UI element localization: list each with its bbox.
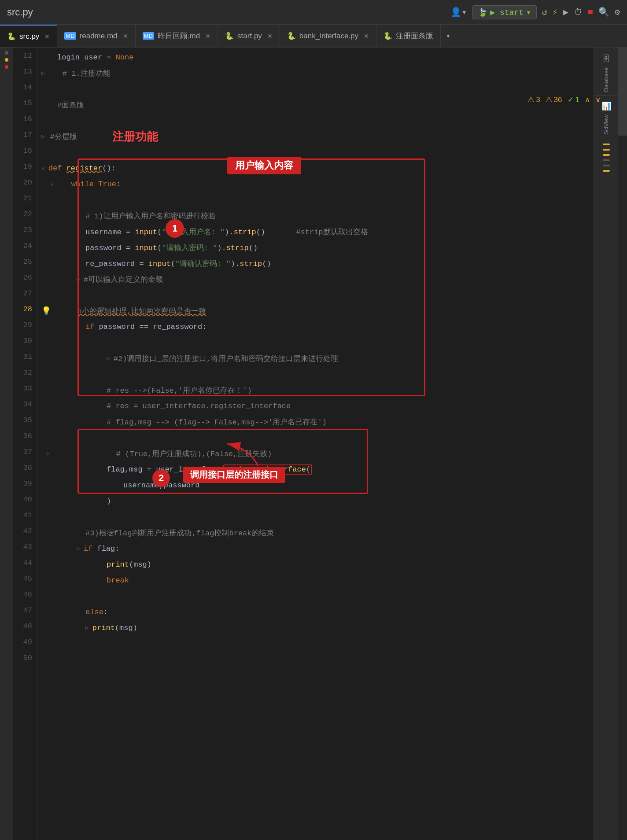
tab-label-bank: bank_interface.py — [299, 32, 358, 41]
line-num-30: 30 — [13, 333, 37, 349]
fold-icon-13[interactable]: ▷ — [41, 70, 45, 77]
code-line-18 — [41, 144, 594, 160]
tab-zuori[interactable]: MD 昨日回顾.md ✕ — [136, 25, 218, 47]
fold-icon-17[interactable]: ▷ — [41, 133, 45, 140]
label-text-2: 调用接口层的注册接口 — [190, 470, 278, 479]
code-line-36 — [41, 430, 594, 446]
tab-label-start: start.py — [237, 32, 262, 41]
code-line-47: else: — [41, 604, 594, 620]
code-content-22: # 1)让用户输入用户名和密码进行校验 — [41, 211, 216, 221]
titlebar-title: src.py — [7, 7, 33, 18]
line-num-28: 28 — [13, 301, 37, 317]
code-line-12: login_user = None — [41, 49, 594, 65]
line-num-25: 25 — [13, 254, 37, 269]
tabbar: 🐍 src.py ✕ MD readme.md ✕ MD 昨日回顾.md ✕ 🐍… — [0, 25, 627, 48]
start-label: ▶ start — [490, 7, 524, 17]
fold-icon-31[interactable]: ▷ — [107, 355, 110, 362]
minimap-scrollbar[interactable] — [618, 48, 627, 840]
warnings-bar: ⚠ 3 ⚠ 36 ✓ 1 ∧ ∨ — [527, 95, 601, 104]
timer-icon[interactable]: ⏱ — [574, 7, 583, 18]
settings-icon[interactable]: ⚙ — [615, 7, 620, 18]
run-icon[interactable]: ▶ — [563, 7, 568, 18]
start-button[interactable]: 🍃 ▶ start ▾ — [472, 5, 537, 19]
code-line-29: if password == re_password: — [41, 319, 594, 335]
code-line-28: 💡 #小的逻辑处理,比如两次密码是否一致 — [41, 303, 594, 319]
line-num-48: 48 — [13, 618, 37, 634]
tab-start[interactable]: 🐍 start.py ✕ — [218, 25, 280, 47]
sciview-label: SciView — [603, 114, 609, 135]
tab-close-bank[interactable]: ✕ — [364, 33, 369, 40]
line-num-15: 15 — [13, 95, 37, 111]
code-line-23: username = input("请输入用户名: ").strip() #st… — [41, 224, 594, 239]
code-content-33: # res -->(False,'用户名你已存在！') — [41, 385, 252, 395]
fold-icon-37[interactable]: ▷ — [46, 450, 49, 457]
tab-bank[interactable]: 🐍 bank_interface.py ✕ — [280, 25, 376, 47]
person-icon[interactable]: 👤▾ — [450, 7, 467, 18]
code-line-14 — [41, 81, 594, 97]
tab-label-zhuce: 注册面条版 — [396, 31, 433, 41]
code-line-20: ▽ while True: — [41, 176, 594, 192]
refresh-icon[interactable]: ↺ — [542, 7, 547, 18]
code-line-15: #面条版 — [41, 97, 594, 113]
line-num-19: 19 — [13, 158, 37, 174]
code-content-43: if flag: — [82, 545, 120, 553]
code-lines: login_user = None ▷ # 1.注册功能 #面条版 ▷ — [41, 48, 594, 667]
code-content-26: #可以输入自定义的金额 — [82, 274, 163, 284]
nav-up-icon[interactable]: ∧ — [585, 95, 590, 104]
line-num-38: 38 — [13, 460, 37, 475]
search-icon[interactable]: 🔍 — [598, 7, 609, 18]
debug-icon[interactable]: ⚡ — [553, 7, 558, 18]
code-content-40: ) — [41, 497, 111, 505]
code-content-17: #分层版 — [50, 132, 77, 142]
line-num-14: 14 — [13, 79, 37, 95]
code-content-12: login_user = None — [41, 53, 133, 62]
database-panel[interactable]: 🗄 Database — [594, 51, 618, 96]
tab-close-zuori[interactable]: ✕ — [205, 33, 210, 40]
code-content-29: if password == re_password: — [41, 323, 207, 331]
tab-readme[interactable]: MD readme.md ✕ — [57, 25, 135, 47]
code-line-35: # flag,msg --> (flag--> False,msg-->'用户名… — [41, 414, 594, 430]
fold-icon-20[interactable]: ▽ — [50, 181, 54, 188]
tab-src-py[interactable]: 🐍 src.py ✕ — [0, 25, 57, 47]
code-line-13: ▷ # 1.注册功能 — [41, 65, 594, 81]
code-content-31: #2)调用接口_层的注册接口,将用户名和密码交给接口层来进行处理 — [112, 354, 338, 364]
line-num-34: 34 — [13, 396, 37, 412]
line-num-27: 27 — [13, 285, 37, 301]
code-line-44: print(msg) — [41, 556, 594, 572]
fold-icon-26[interactable]: ▷ — [77, 276, 80, 283]
code-content-25: re_password = input("请确认密码: ").strip() — [41, 258, 271, 269]
line-num-32: 32 — [13, 365, 37, 380]
line-num-49: 49 — [13, 634, 37, 650]
tab-close-readme[interactable]: ✕ — [123, 33, 128, 40]
code-content-44: print(msg) — [41, 560, 151, 569]
tab-icon-src: 🐍 — [7, 32, 16, 41]
scrollbar-indicator-6 — [603, 170, 610, 172]
code-content-24: password = input("请输入密码: ").strip() — [41, 243, 258, 253]
sidebar-indicator-3 — [5, 65, 8, 69]
tab-icon-start: 🐍 — [225, 32, 234, 40]
fold-icon-19[interactable]: ▽ — [41, 165, 45, 172]
tab-close-src[interactable]: ✕ — [44, 33, 50, 40]
tab-more-button[interactable]: ▾ — [441, 25, 456, 47]
code-editor[interactable]: login_user = None ▷ # 1.注册功能 #面条版 ▷ — [38, 48, 594, 840]
line-num-39: 39 — [13, 475, 37, 491]
code-line-46 — [41, 588, 594, 604]
stop-icon[interactable]: ■ — [588, 7, 593, 17]
bulb-icon: 💡 — [41, 306, 51, 316]
line-num-45: 45 — [13, 571, 37, 586]
tab-close-start[interactable]: ✕ — [267, 33, 273, 40]
code-line-45: break — [41, 572, 594, 588]
code-line-40: ) — [41, 493, 594, 509]
ok-item: ✓ 1 — [568, 95, 579, 104]
tab-zhuce[interactable]: 🐍 注册面条版 — [376, 25, 441, 47]
code-content-39: username,password — [41, 481, 199, 490]
code-content-19: def register(): — [48, 164, 116, 173]
code-content-45: break — [41, 576, 129, 585]
fold-icon-43[interactable]: ▷ — [77, 545, 80, 552]
annotation-label-call-interface: 调用接口层的注册接口 — [183, 467, 285, 483]
scrollbar-indicator-3 — [603, 154, 610, 156]
start-icon: 🍃 — [478, 7, 487, 17]
nav-down-icon[interactable]: ∨ — [595, 95, 601, 104]
fold-icon-48[interactable]: ▷ — [85, 624, 89, 631]
tab-label-zuori: 昨日回顾.md — [158, 31, 200, 41]
